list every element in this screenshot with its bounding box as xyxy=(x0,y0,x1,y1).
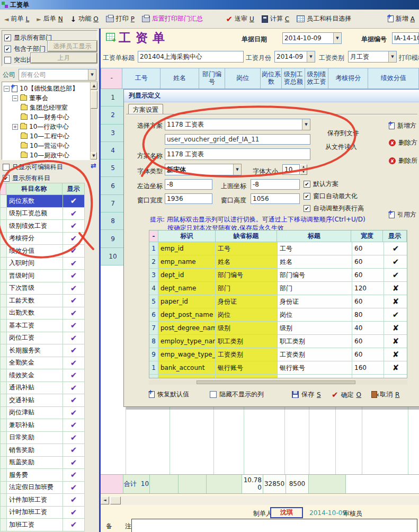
column-width[interactable]: 60 xyxy=(352,348,384,361)
column-width[interactable] xyxy=(352,375,384,378)
wage-month-select[interactable]: 2014-09▼ xyxy=(274,51,315,63)
list-item[interactable]: 法定假日加班费 ✔ xyxy=(0,482,91,494)
check-icon[interactable]: ✔ xyxy=(63,444,85,457)
post-print-dept-summary-button[interactable]: 后置打印部门汇总 xyxy=(142,14,203,23)
window-height-input[interactable]: 1056 xyxy=(251,193,300,204)
list-item[interactable]: 级别绩效工资 ✔ xyxy=(0,220,91,233)
hide-hidden-columns-checkbox[interactable]: 隐藏不显示的列 xyxy=(210,390,264,399)
doc-no-field[interactable]: IA-14-10 xyxy=(392,32,419,44)
list-item[interactable]: 岗位系数 ✔ xyxy=(0,195,91,208)
tree-scrollbar[interactable]: ▲ ▼ xyxy=(90,82,97,159)
show-toggle-icon[interactable]: ✘ xyxy=(384,348,407,361)
column-width[interactable]: 80 xyxy=(352,308,384,322)
check-icon[interactable]: ✔ xyxy=(63,245,85,258)
table-row[interactable]: 5 paper_id 身份证 身份证 60 ✘ xyxy=(149,295,407,308)
only-editable-row[interactable]: 只显示可编辑科目 xyxy=(3,163,98,172)
restore-defaults-button[interactable]: 恢复默认值 xyxy=(149,390,189,399)
top-coord-input[interactable]: -8 xyxy=(251,179,300,190)
doc-date-select[interactable]: 2014-10-09▼ xyxy=(282,32,342,44)
delete-scheme-button[interactable]: 删除方 xyxy=(389,138,417,147)
scroll-down-icon[interactable]: ▼ xyxy=(91,152,97,159)
tree-item[interactable]: 10—营运中心 xyxy=(2,141,97,150)
column-width[interactable]: 160 xyxy=(352,361,384,375)
list-item[interactable]: 计件加班工资 ✔ xyxy=(0,494,91,507)
check-icon[interactable]: ✔ xyxy=(63,282,85,295)
table-row[interactable]: 1 emp_id 工号 工号 60 ✔ xyxy=(149,242,407,255)
list-item[interactable]: 工龄天数 ✔ xyxy=(0,295,91,307)
row-number[interactable]: 10 xyxy=(101,248,126,265)
show-toggle-icon[interactable]: ✘ xyxy=(384,322,407,335)
sheet-title-input[interactable]: 201404上海采购中心 xyxy=(138,51,244,63)
check-icon[interactable]: ✔ xyxy=(63,233,85,245)
list-item[interactable]: 计时加班工资 ✔ xyxy=(0,507,91,519)
column-title[interactable]: 姓名 xyxy=(278,255,352,269)
row-number[interactable]: 4 xyxy=(101,142,126,159)
table-horizontal-scrollbar[interactable] xyxy=(149,380,407,385)
left-coord-input[interactable]: -8 xyxy=(165,179,212,190)
list-item[interactable]: 基本工资 ✔ xyxy=(0,320,91,332)
check-icon[interactable]: ✔ xyxy=(63,369,85,382)
prev-doc-button[interactable]: 前单L xyxy=(4,14,29,23)
list-item[interactable]: 下次晋级 ✔ xyxy=(0,282,91,295)
chevron-down-icon[interactable]: ▼ xyxy=(388,51,396,62)
table-row[interactable]: 3 dept_id 部门编号 部门编号 60 ✔ xyxy=(149,269,407,282)
list-item[interactable]: 长期服务奖 ✔ xyxy=(0,344,91,357)
show-all-subjects-row[interactable]: ✔显示所有科目 xyxy=(3,174,98,183)
chevron-down-icon[interactable]: ▼ xyxy=(302,119,310,130)
checkbox-unchecked-icon[interactable] xyxy=(4,57,11,64)
column-width[interactable]: 60 xyxy=(352,269,384,282)
company-select[interactable]: 所有公司▼ xyxy=(19,69,96,81)
print-button[interactable]: 打印P xyxy=(106,14,135,23)
table-row[interactable]: 8 employ_type_nam 职工类别 职工类别 60 ✘ xyxy=(149,335,407,348)
tree-item[interactable]: 10—工程中心 xyxy=(2,131,97,141)
checkbox-checked-icon[interactable]: ✔ xyxy=(304,193,310,200)
list-item[interactable]: 入职时间 ✔ xyxy=(0,258,91,270)
list-item[interactable]: 岗位工资 ✔ xyxy=(0,332,91,345)
check-icon[interactable]: ✔ xyxy=(63,270,85,282)
column-width[interactable]: 60 xyxy=(352,242,384,255)
expand-icon[interactable]: + xyxy=(12,124,18,130)
scrollbar-thumb[interactable] xyxy=(110,496,121,504)
column-title[interactable]: 部门 xyxy=(278,282,352,295)
check-icon[interactable]: ✔ xyxy=(63,407,85,420)
column-title[interactable]: 级别 xyxy=(278,322,352,335)
show-toggle-icon[interactable]: ✘ xyxy=(384,375,407,378)
table-row[interactable]: 7 post_degree_nam 级别 级别 40 ✘ xyxy=(149,322,407,335)
chevron-down-icon[interactable]: ▼ xyxy=(333,33,341,43)
row-number[interactable]: 2 xyxy=(101,107,126,124)
last-month-button[interactable]: 上月 xyxy=(31,53,97,63)
show-toggle-icon[interactable]: ✘ xyxy=(384,361,407,375)
checkbox-checked-icon[interactable]: ✔ xyxy=(304,205,310,212)
list-item[interactable]: 出勤天数 ✔ xyxy=(0,307,91,320)
check-icon[interactable]: ✔ xyxy=(63,394,85,407)
column-title[interactable]: 工号 xyxy=(278,242,352,255)
checkbox-unchecked-icon[interactable] xyxy=(210,391,217,398)
check-icon[interactable]: ✔ xyxy=(63,482,85,494)
scroll-up-icon[interactable]: ▲ xyxy=(91,82,97,90)
checkbox-unchecked-icon[interactable] xyxy=(3,164,10,171)
check-icon[interactable]: ✔ xyxy=(63,344,85,357)
checkbox-checked-icon[interactable]: ✔ xyxy=(3,175,10,182)
dialog-titlebar[interactable]: 列显示定义 xyxy=(124,90,419,102)
row-number[interactable]: 1 xyxy=(101,89,126,107)
check-icon[interactable]: ✔ xyxy=(63,419,85,432)
column-width[interactable]: 120 xyxy=(352,282,384,295)
scrollbar-thumb[interactable] xyxy=(197,380,355,384)
window-width-input[interactable]: 1936 xyxy=(165,193,212,204)
checkbox-checked-icon[interactable]: ✔ xyxy=(4,46,11,52)
chevron-down-icon[interactable]: ▼ xyxy=(307,51,315,62)
checkbox-checked-icon[interactable]: ✔ xyxy=(4,34,11,41)
check-icon[interactable]: ✔ xyxy=(63,382,85,395)
table-row[interactable]: 2 emp_name 姓名 姓名 60 ✔ xyxy=(149,255,407,269)
list-item[interactable]: 兼职补贴 ✔ xyxy=(0,419,91,432)
remark-textarea[interactable] xyxy=(131,519,417,532)
reference-scheme-button[interactable]: 引用方 xyxy=(389,210,416,219)
tree-item[interactable]: 10—厨政中心 xyxy=(2,150,97,160)
spin-up-icon[interactable]: ▲ xyxy=(300,164,307,170)
column-title[interactable]: 部门编号 xyxy=(278,269,352,282)
employee-subject-select-button[interactable]: 员工和科目选择 xyxy=(297,14,351,23)
list-item[interactable]: 交通补贴 ✔ xyxy=(0,394,91,407)
list-item[interactable]: 绩效奖金 ✔ xyxy=(0,369,91,382)
list-item[interactable]: 晋级时间 ✔ xyxy=(0,270,91,282)
column-width[interactable]: 60 xyxy=(352,335,384,348)
